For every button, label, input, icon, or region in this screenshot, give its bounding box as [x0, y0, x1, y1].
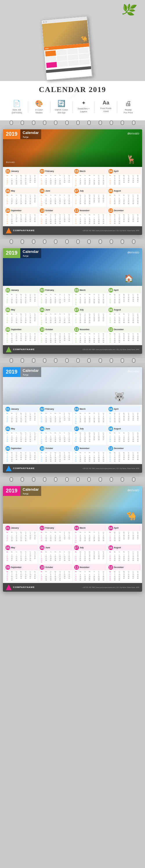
company-logo-orange: COMPANYNAME: [6, 228, 35, 234]
spiral-binding-4: [0, 477, 145, 482]
day-cell: 28: [92, 183, 97, 185]
day-cell: 26: [5, 441, 9, 442]
day-cell: 25: [48, 560, 53, 561]
calendar-card-green: 🏠 2019 Calendar يومية ⊕envato 01JanuaryS…: [3, 248, 142, 354]
day-cell: 30: [131, 322, 136, 323]
day-cell: 30: [101, 540, 106, 541]
month-card-september: 09SeptemberSuMoTuWeThFrSa123456789101112…: [4, 208, 38, 225]
cal-header-blue: 🐺 2019 Calendar يومية ⊕envato: [3, 367, 142, 405]
day-cell: 26: [48, 183, 53, 185]
day-cell: 30: [83, 203, 87, 205]
day-cell: 29: [113, 421, 117, 423]
cmyk-label: CMYK Color300 Dpi: [55, 108, 68, 115]
month-name: January: [11, 170, 19, 172]
month-name: December: [114, 447, 124, 450]
day-cell: 29: [126, 203, 131, 205]
day-cell: 30: [101, 222, 106, 224]
spiral-binding-1: [0, 120, 145, 125]
company-triangle-pink: [6, 585, 11, 590]
day-cell: 26: [53, 322, 58, 323]
print-icon: 🖨: [125, 100, 131, 107]
days-grid: SuMoTuWeThFrSa 1234567891011121314151617…: [73, 313, 106, 324]
cal-header-green: 🏠 2019 Calendar يومية ⊕envato: [3, 248, 142, 286]
title-en-blue: Calendar: [23, 368, 39, 373]
month-name: May: [11, 547, 15, 549]
month-card-january: 01JanuarySuMoTuWeThFrSa 1234567891011121…: [4, 168, 38, 187]
day-cell: 24: [14, 578, 19, 579]
day-cell: 24: [44, 322, 48, 323]
day-cell: 26: [83, 460, 87, 462]
title-box-green: Calendar يومية: [20, 248, 41, 258]
title-ar-blue: يومية: [23, 373, 39, 376]
month-number: 02: [40, 526, 44, 530]
day-cell: 30: [117, 421, 122, 423]
day-cell: 26: [83, 579, 87, 581]
day-cell: 25: [32, 320, 37, 322]
day-cell: 27: [87, 222, 92, 224]
month-name: August: [114, 309, 121, 311]
day-cell: 27: [9, 441, 14, 442]
month-number: 03: [74, 169, 79, 174]
company-name-blue: COMPANYNAME: [13, 467, 35, 470]
day-cell: 31: [23, 421, 28, 423]
month-number: 08: [108, 546, 113, 550]
day-cell: 26: [32, 419, 37, 421]
month-number: 06: [40, 189, 44, 193]
day-cell: 27: [39, 222, 44, 224]
day-cell: 25: [62, 459, 67, 460]
day-cell: 26: [113, 203, 117, 205]
month-name: January: [11, 289, 19, 291]
day-cell: 25: [78, 421, 83, 423]
days-grid: SuMoTuWeThFrSa 1234567891011121314151617…: [73, 452, 106, 463]
day-cell: 31: [136, 203, 140, 205]
day-cell: 28: [44, 222, 48, 224]
month-card-january: 01JanuarySuMoTuWeThFrSa 1234567891011121…: [4, 525, 38, 544]
calendar-card-pink: 🐪 2019 Calendar يومية ⊕envato 01JanuaryS…: [3, 486, 142, 592]
month-name: March: [80, 170, 86, 172]
day-cell: 29: [67, 441, 72, 442]
day-cell: 25: [32, 439, 37, 441]
month-name: July: [80, 190, 84, 192]
month-number: 03: [74, 526, 79, 530]
day-cell: 30: [19, 421, 23, 423]
days-grid: SuMoTuWeThFrSa 1234567891011121314151617…: [39, 313, 72, 326]
month-name: June: [45, 190, 50, 192]
day-cell: 28: [136, 221, 140, 222]
month-name: August: [114, 190, 121, 192]
mockup-photo: 🐪: [42, 20, 89, 47]
day-cell: 29: [126, 441, 131, 442]
title-box-blue: Calendar يومية: [20, 367, 41, 377]
cmyk-icon: 🔄: [57, 100, 65, 107]
month-name: January: [11, 408, 19, 410]
month-number: 05: [5, 308, 10, 312]
day-cell: 29: [113, 540, 117, 541]
day-cell: 27: [53, 183, 58, 185]
month-card-april: 04AprilSuMoTuWeThFrSa 123456789101112131…: [107, 287, 141, 306]
company-triangle-orange: [6, 228, 11, 234]
day-cell: 26: [83, 183, 87, 185]
days-grid: SuMoTuWeThFrSa 1234567891011121314151617…: [4, 194, 38, 205]
day-cell: 26: [126, 340, 131, 341]
days-grid: SuMoTuWeThFrSa12345678910111213141516171…: [4, 570, 38, 582]
month-name: November: [80, 566, 90, 568]
days-grid: SuMoTuWeThFrSa 1234567891011121314151617…: [107, 313, 141, 324]
day-cell: 25: [122, 459, 126, 460]
day-cell: 28: [108, 421, 113, 423]
day-cell: 25: [62, 221, 67, 222]
day-cell: 29: [78, 441, 83, 442]
day-cell: 30: [39, 561, 44, 563]
days-grid: SuMoTuWeThFrSa 1234567891011121314151617…: [73, 214, 106, 225]
day-cell: 30: [131, 560, 136, 561]
day-cell: 31: [23, 302, 28, 304]
contact-info-blue: +100 321 432 7890 | www.yourcompanyname.…: [82, 468, 139, 469]
cal-footer-green: COMPANYNAME +100 321 432 7890 | www.your…: [3, 345, 142, 354]
fonts-label: Free FontsUsed: [100, 107, 112, 113]
days-grid: SuMoTuWeThFrSa 1234567891011121314151617…: [39, 452, 72, 463]
day-cell: 28: [122, 441, 126, 442]
month-card-december: 12DecemberSuMoTuWeThFrSa1234567891011121…: [107, 327, 141, 344]
month-number: 09: [5, 446, 10, 451]
day-cell: 31: [117, 222, 122, 224]
days-grid: SuMoTuWeThFrSa 1234567891011121314151617…: [39, 194, 72, 207]
day-cell: 30: [101, 460, 106, 462]
days-grid: SuMoTuWeThFrSa 1234567891011121314151617…: [73, 194, 106, 205]
